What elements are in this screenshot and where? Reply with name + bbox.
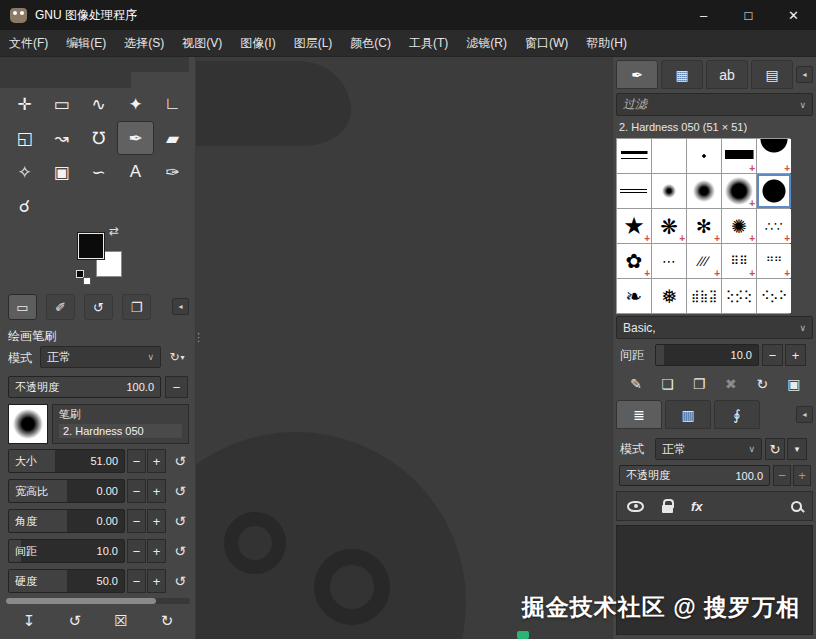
brush-cell-13[interactable]: ✺+ [722, 209, 756, 243]
brush-cell-2[interactable] [687, 139, 721, 173]
layers-tab[interactable]: ≣ [616, 400, 662, 429]
close-button[interactable]: ✕ [771, 0, 816, 30]
menu-item-6[interactable]: 颜色(C) [341, 35, 400, 52]
menu-item-7[interactable]: 工具(T) [400, 35, 457, 52]
layer-effects-button[interactable]: fx [691, 499, 703, 514]
paths-tab[interactable]: ∮ [714, 400, 760, 429]
menu-item-3[interactable]: 视图(V) [173, 35, 231, 52]
brush-cell-9[interactable] [757, 174, 791, 208]
layers-menu-button[interactable]: ◂ [796, 406, 813, 423]
tool-options-scrollbar[interactable] [6, 598, 190, 604]
brush-tag-select[interactable]: Basic, ∨ [616, 316, 813, 339]
minimize-button[interactable]: – [681, 0, 726, 30]
brush-cell-22[interactable]: ⣾⣷⣽ [687, 279, 721, 313]
brush-cell-21[interactable]: ❅ [652, 279, 686, 313]
angle-decrease-button[interactable]: − [127, 509, 146, 533]
menu-item-4[interactable]: 图像(I) [231, 35, 284, 52]
layer-opacity-decrease-button[interactable]: − [773, 465, 791, 486]
brushes-menu-button[interactable]: ◂ [796, 66, 813, 83]
brush-cell-1[interactable] [652, 139, 686, 173]
aspect-ratio-increase-button[interactable]: + [147, 479, 166, 503]
brush-spacing-decrease-button[interactable]: − [762, 344, 783, 366]
aspect-ratio-decrease-button[interactable]: − [127, 479, 146, 503]
taskbar-app-icon[interactable] [517, 631, 529, 639]
size-slider[interactable]: 大小51.00 [8, 449, 125, 473]
menu-item-0[interactable]: 文件(F) [0, 35, 57, 52]
channels-tab[interactable]: ▥ [665, 400, 711, 429]
brush-cell-0[interactable] [617, 139, 651, 173]
brush-cell-14[interactable]: ∴∵+ [757, 209, 791, 243]
brush-cell-7[interactable] [687, 174, 721, 208]
menu-item-2[interactable]: 选择(S) [115, 35, 173, 52]
delete-brush-button[interactable]: ✖ [718, 371, 744, 397]
new-brush-button[interactable]: ❏ [655, 371, 681, 397]
layer-opacity-slider[interactable]: 不透明度 100.0 [619, 465, 770, 486]
brush-cell-20[interactable]: ❧ [617, 279, 651, 313]
brush-cell-8[interactable]: + [722, 174, 756, 208]
menu-item-5[interactable]: 图层(L) [285, 35, 342, 52]
brush-cell-3[interactable]: + [722, 139, 756, 173]
brush-cell-6[interactable] [652, 174, 686, 208]
brush-cell-10[interactable]: ★+ [617, 209, 651, 243]
refresh-brushes-button[interactable]: ↻ [749, 371, 775, 397]
hardness-slider[interactable]: 硬度50.0 [8, 569, 125, 593]
reset-tool-options-button[interactable]: ↻ [152, 608, 182, 634]
size-reset-button[interactable]: ↺ [169, 449, 191, 473]
spacing-decrease-button[interactable]: − [127, 539, 146, 563]
lock-button[interactable] [662, 499, 673, 513]
size-increase-button[interactable]: + [147, 449, 166, 473]
panel-resize-handle[interactable]: ⋮ [193, 334, 203, 364]
brush-spacing-slider[interactable]: 10.0 [655, 344, 759, 366]
menu-item-8[interactable]: 滤镜(R) [457, 35, 516, 52]
spacing-slider[interactable]: 间距10.0 [8, 539, 125, 563]
open-brush-as-image-button[interactable]: ▣ [781, 371, 807, 397]
hardness-decrease-button[interactable]: − [127, 569, 146, 593]
menu-item-9[interactable]: 窗口(W) [516, 35, 577, 52]
aspect-ratio-slider[interactable]: 宽高比0.00 [8, 479, 125, 503]
angle-increase-button[interactable]: + [147, 509, 166, 533]
edit-brush-button[interactable]: ✎ [623, 371, 649, 397]
foreground-color-swatch[interactable] [78, 233, 104, 259]
brush-cell-24[interactable]: ⠪⡢⠕ [757, 279, 791, 313]
delete-preset-button[interactable]: ☒ [106, 608, 136, 634]
angle-reset-button[interactable]: ↺ [169, 509, 191, 533]
canvas-area[interactable] [196, 57, 612, 639]
brush-cell-17[interactable]: ∕∕∕+ [687, 244, 721, 278]
brush-spacing-increase-button[interactable]: + [785, 344, 806, 366]
layer-mode-switch-button[interactable]: ↻ [765, 438, 785, 460]
hardness-reset-button[interactable]: ↺ [169, 569, 191, 593]
brush-cell-4[interactable]: + [757, 139, 791, 173]
duplicate-brush-button[interactable]: ❐ [686, 371, 712, 397]
menu-item-10[interactable]: 帮助(H) [577, 35, 636, 52]
fonts-tab[interactable]: ab [706, 60, 748, 89]
angle-slider[interactable]: 角度0.00 [8, 509, 125, 533]
brush-cell-18[interactable]: ⠿⠿+ [722, 244, 756, 278]
hardness-increase-button[interactable]: + [147, 569, 166, 593]
aspect-ratio-reset-button[interactable]: ↺ [169, 479, 191, 503]
preset-actions: ↧↺☒↻ [0, 608, 196, 634]
spacing-increase-button[interactable]: + [147, 539, 166, 563]
scrollbar-thumb[interactable] [6, 598, 156, 604]
brush-cell-12[interactable]: ✻+ [687, 209, 721, 243]
brush-cell-11[interactable]: ❋+ [652, 209, 686, 243]
search-button[interactable] [791, 501, 802, 512]
patterns-tab[interactable]: ▦ [661, 60, 703, 89]
spacing-reset-button[interactable]: ↺ [169, 539, 191, 563]
brush-cell-19[interactable]: ⠛⠛+ [757, 244, 791, 278]
gradients-tab[interactable]: ▤ [751, 60, 793, 89]
size-decrease-button[interactable]: − [127, 449, 146, 473]
layer-mode-select[interactable]: 正常 ∨ [655, 438, 762, 460]
brush-cell-15[interactable]: ✿+ [617, 244, 651, 278]
maximize-button[interactable]: □ [726, 0, 771, 30]
brush-cell-23[interactable]: ⢕⡪⢕ [722, 279, 756, 313]
save-preset-button[interactable]: ↧ [14, 608, 44, 634]
menu-item-1[interactable]: 编辑(E) [57, 35, 115, 52]
layer-mode-menu-button[interactable]: ▾ [787, 438, 807, 460]
brushes-tab[interactable]: ✒ [616, 60, 658, 89]
visibility-toggle[interactable] [627, 501, 644, 512]
brush-cell-16[interactable]: ⋯ [652, 244, 686, 278]
layer-opacity-increase-button[interactable]: + [793, 465, 811, 486]
brush-filter-input[interactable]: 过滤 ∨ [616, 93, 813, 116]
brush-cell-5[interactable] [617, 174, 651, 208]
restore-preset-button[interactable]: ↺ [60, 608, 90, 634]
